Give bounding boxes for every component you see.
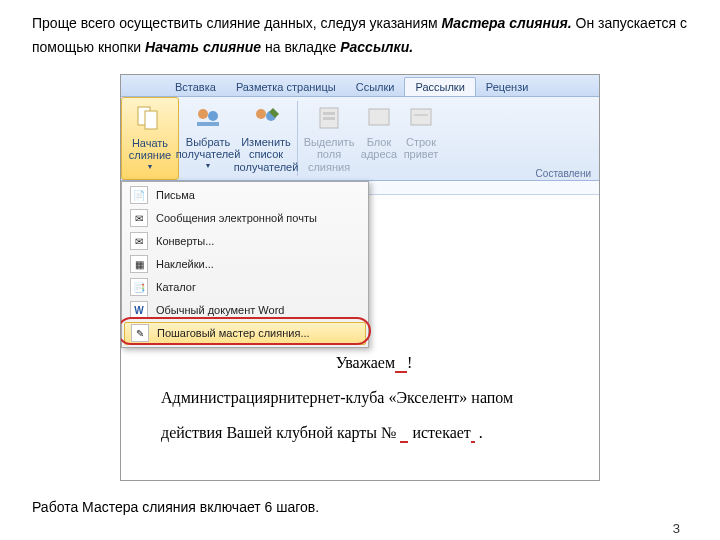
dropdown-wizard[interactable]: ✎ Пошаговый мастер слияния...: [124, 322, 366, 345]
svg-rect-4: [197, 122, 219, 126]
tab-review[interactable]: Рецензи: [476, 78, 539, 96]
dropdown-label: Каталог: [156, 281, 196, 293]
start-merge-dropdown: 📄 Письма ✉ Сообщения электронной почты ✉…: [121, 181, 369, 348]
dropdown-label: Письма: [156, 189, 195, 201]
ribbon: Начать слияние ▼ Выбрать получателей ▼ И…: [121, 97, 599, 181]
dropdown-email[interactable]: ✉ Сообщения электронной почты: [124, 207, 366, 230]
edit-recipients-button[interactable]: Изменить список получателей: [237, 97, 295, 180]
merge-field-2: [400, 424, 408, 443]
address-block-icon: [363, 101, 395, 133]
start-merge-button[interactable]: Начать слияние ▼: [121, 97, 179, 180]
start-merge-label: Начать слияние: [128, 137, 172, 162]
wizard-icon: ✎: [131, 324, 149, 342]
outro-text: Работа Мастера слияния включает 6 шагов.: [32, 499, 688, 515]
chevron-down-icon: ▼: [205, 162, 212, 170]
doc-l3a: действия Вашей клубной карты №: [161, 424, 400, 441]
doc-l3b: истекает: [412, 424, 470, 441]
doc-line-1: Уважаем !: [161, 345, 587, 380]
dropdown-envelopes[interactable]: ✉ Конверты...: [124, 230, 366, 253]
doc-l3c: .: [475, 424, 483, 441]
svg-rect-8: [323, 112, 335, 115]
page-number: 3: [32, 521, 688, 536]
svg-rect-10: [369, 109, 389, 125]
address-block-label: Блок адреса: [361, 136, 397, 161]
dropdown-directory[interactable]: 📑 Каталог: [124, 276, 366, 299]
edit-recipients-label: Изменить список получателей: [234, 136, 299, 174]
recipients-icon: [192, 101, 224, 133]
highlight-fields-icon: [313, 101, 345, 133]
intro-paragraph: Проще всего осуществить слияние данных, …: [32, 12, 688, 60]
dropdown-letters[interactable]: 📄 Письма: [124, 184, 366, 207]
dropdown-label: Сообщения электронной почты: [156, 212, 317, 224]
svg-point-2: [198, 109, 208, 119]
tab-references[interactable]: Ссылки: [346, 78, 405, 96]
svg-rect-9: [323, 117, 335, 120]
ribbon-group-label: Составлени: [536, 168, 591, 179]
svg-rect-1: [145, 111, 157, 129]
directory-icon: 📑: [130, 278, 148, 296]
greeting-line-label: Строк привет: [404, 136, 439, 161]
highlight-fields-label: Выделить поля слияния: [304, 136, 355, 174]
dropdown-label: Конверты...: [156, 235, 214, 247]
select-recipients-label: Выбрать получателей: [176, 136, 241, 161]
document-pair-icon: [134, 102, 166, 134]
svg-rect-11: [411, 109, 431, 125]
tab-mailings[interactable]: Рассылки: [404, 77, 475, 96]
intro-ital-2: Начать слияние: [145, 39, 261, 55]
dropdown-label: Пошаговый мастер слияния...: [157, 327, 310, 339]
dropdown-label: Обычный документ Word: [156, 304, 284, 316]
intro-ital-1: Мастера слияния.: [442, 15, 572, 31]
letter-icon: 📄: [130, 186, 148, 204]
doc-greet: Уважаем: [336, 354, 395, 371]
address-block-button[interactable]: Блок адреса: [358, 97, 400, 180]
greeting-line-button[interactable]: Строк привет: [400, 97, 442, 180]
dropdown-labels[interactable]: ▦ Наклейки...: [124, 253, 366, 276]
greeting-line-icon: [405, 101, 437, 133]
merge-field-1: [395, 354, 407, 373]
ribbon-tabs: Вставка Разметка страницы Ссылки Рассылк…: [121, 75, 599, 97]
intro-ital-3: Рассылки.: [340, 39, 413, 55]
tab-insert[interactable]: Вставка: [165, 78, 226, 96]
doc-line-2: Администрациярнитернет-клуба «Экселент» …: [161, 380, 587, 415]
tab-page-layout[interactable]: Разметка страницы: [226, 78, 346, 96]
svg-point-3: [208, 111, 218, 121]
word-screenshot: Вставка Разметка страницы Ссылки Рассылк…: [120, 74, 600, 482]
labels-icon: ▦: [130, 255, 148, 273]
chevron-down-icon: ▼: [147, 163, 154, 171]
select-recipients-button[interactable]: Выбрать получателей ▼: [179, 97, 237, 180]
doc-excl: !: [407, 354, 412, 371]
doc-line-3: действия Вашей клубной карты № истекает …: [161, 415, 587, 450]
envelope-icon: ✉: [130, 232, 148, 250]
svg-point-5: [256, 109, 266, 119]
intro-text-3: на вкладке: [261, 39, 340, 55]
highlight-fields-button[interactable]: Выделить поля слияния: [300, 97, 358, 180]
edit-recipients-icon: [250, 101, 282, 133]
dropdown-normal-doc[interactable]: W Обычный документ Word: [124, 299, 366, 322]
word-icon: W: [130, 301, 148, 319]
dropdown-label: Наклейки...: [156, 258, 214, 270]
email-icon: ✉: [130, 209, 148, 227]
intro-text-1: Проще всего осуществить слияние данных, …: [32, 15, 442, 31]
